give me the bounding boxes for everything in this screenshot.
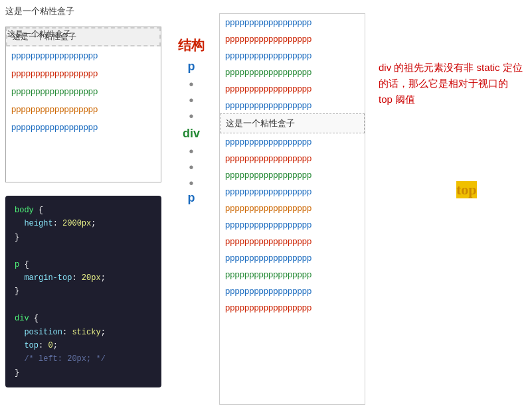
- rp-row-4: pppppppppppppppppp: [220, 64, 365, 80]
- rp-row-3: pppppppppppppppppp: [220, 47, 365, 64]
- sticky-demo-container: 这是一个粘性盒子 这是一个粘性盒子 pppppppppppppppppp ppp…: [5, 27, 161, 182]
- struct-dot-5: •: [189, 159, 193, 175]
- rp-row-14: pppppppppppppppppp: [220, 233, 365, 249]
- struct-dot-2: •: [189, 92, 193, 108]
- rp-row-5: pppppppppppppppppp: [220, 80, 365, 97]
- demo-row-1: pppppppppppppppppp: [6, 46, 161, 64]
- explanation-text: div 的祖先元素没有非 static 定位的话，那么它是相对于视口的 top …: [379, 60, 525, 107]
- rp-row-1: pppppppppppppppppp: [220, 14, 365, 31]
- demo-row-4: pppppppppppppppppp: [6, 100, 161, 118]
- top-badge: top: [456, 181, 477, 198]
- rp-row-2: pppppppppppppppppp: [220, 31, 365, 47]
- struct-dot-1: •: [189, 76, 193, 92]
- code-line-7: }: [15, 285, 152, 298]
- code-line-9: div {: [15, 312, 152, 325]
- struct-dot-6: •: [189, 175, 193, 191]
- rp-row-17: pppppppppppppppppp: [220, 283, 365, 299]
- page-title: 这是一个粘性盒子: [5, 5, 74, 17]
- rp-row-13: pppppppppppppppppp: [220, 216, 365, 233]
- code-line-blank2: [15, 299, 152, 312]
- code-line-blank1: [15, 244, 152, 257]
- struct-dot-4: •: [189, 143, 193, 159]
- rp-row-6: pppppppppppppppppp: [220, 97, 365, 113]
- sticky-header: 这是一个粘性盒子: [6, 27, 161, 46]
- struct-p-label-2: p: [188, 191, 195, 205]
- rp-sticky-row: 这是一个粘性盒子: [220, 113, 365, 133]
- rp-row-15: pppppppppppppppppp: [220, 249, 365, 266]
- demo-row-3: pppppppppppppppppp: [6, 82, 161, 100]
- struct-dot-3: •: [189, 108, 193, 124]
- code-line-5: p {: [15, 258, 152, 271]
- code-line-13: }: [15, 366, 152, 380]
- rp-row-9: pppppppppppppppppp: [220, 150, 365, 167]
- struct-p-label: p: [188, 60, 195, 74]
- struct-div-label: div: [183, 127, 200, 141]
- demo-row-2: pppppppppppppppppp: [6, 64, 161, 82]
- structure-title: 结构: [178, 36, 205, 54]
- rp-row-10: pppppppppppppppppp: [220, 167, 365, 183]
- rp-row-18: pppppppppppppppppp: [220, 299, 365, 316]
- code-line-11: top: 0;: [15, 339, 152, 352]
- demo-row-5: pppppppppppppppppp: [6, 118, 161, 136]
- rp-row-16: pppppppppppppppppp: [220, 266, 365, 283]
- code-line-2: height: 2000px;: [15, 217, 152, 230]
- structure-diagram: 结构 p • • • div • • • p: [165, 36, 218, 208]
- rp-row-11: pppppppppppppppppp: [220, 183, 365, 200]
- code-line-12: /* left: 20px; */: [15, 352, 152, 366]
- code-line-10: position: sticky;: [15, 326, 152, 339]
- code-line-6: margin-top: 20px;: [15, 271, 152, 285]
- rp-row-12: pppppppppppppppppp: [220, 200, 365, 216]
- right-scroll-panel[interactable]: pppppppppppppppppp pppppppppppppppppp pp…: [219, 13, 365, 405]
- code-block: body { height: 2000px; } p { margin-top:…: [5, 196, 161, 387]
- rp-row-8: pppppppppppppppppp: [220, 133, 365, 150]
- code-line-3: }: [15, 231, 152, 244]
- code-line-1: body {: [15, 204, 152, 217]
